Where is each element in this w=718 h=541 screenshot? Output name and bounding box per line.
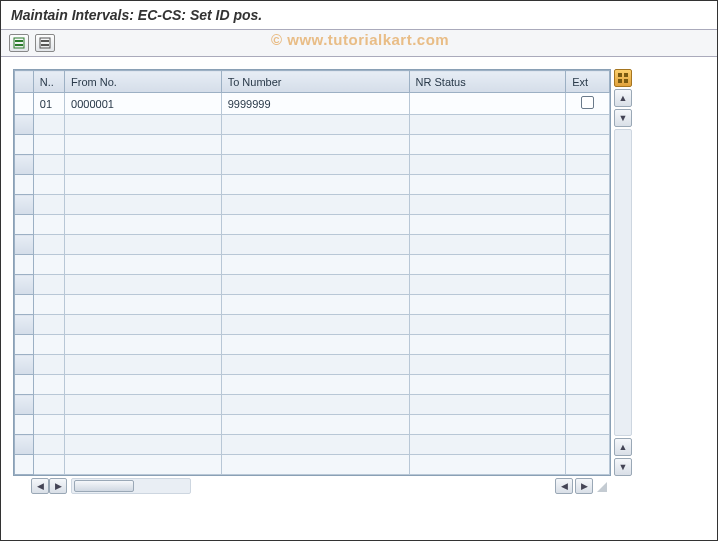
cell-no[interactable] (33, 435, 64, 455)
scroll-up-end-button[interactable]: ▲ (614, 438, 632, 456)
cell-nr-status[interactable] (409, 335, 566, 355)
cell-from-no[interactable] (65, 135, 222, 155)
scroll-right-near-button[interactable]: ▶ (49, 478, 67, 494)
cell-to-number[interactable]: 9999999 (221, 93, 409, 115)
cell-from-no[interactable] (65, 315, 222, 335)
cell-no[interactable] (33, 295, 64, 315)
row-handle[interactable] (15, 175, 34, 195)
row-handle[interactable] (15, 93, 34, 115)
cell-no[interactable] (33, 375, 64, 395)
cell-to-number[interactable] (221, 455, 409, 475)
horizontal-scroll-thumb[interactable] (74, 480, 134, 492)
col-header-ext[interactable]: Ext (566, 71, 610, 93)
cell-no[interactable] (33, 195, 64, 215)
cell-from-no[interactable] (65, 275, 222, 295)
row-handle[interactable] (15, 335, 34, 355)
cell-no[interactable] (33, 235, 64, 255)
cell-no[interactable] (33, 255, 64, 275)
cell-no[interactable] (33, 155, 64, 175)
cell-nr-status[interactable] (409, 115, 566, 135)
cell-nr-status[interactable] (409, 175, 566, 195)
cell-no[interactable] (33, 335, 64, 355)
row-handle[interactable] (15, 395, 34, 415)
cell-ext[interactable] (566, 255, 610, 275)
row-handle[interactable] (15, 135, 34, 155)
cell-no[interactable] (33, 315, 64, 335)
cell-nr-status[interactable] (409, 415, 566, 435)
row-handle[interactable] (15, 435, 34, 455)
scroll-left-end-button[interactable]: ◀ (555, 478, 573, 494)
horizontal-scroll-track[interactable] (71, 478, 191, 494)
cell-from-no[interactable]: 0000001 (65, 93, 222, 115)
cell-to-number[interactable] (221, 115, 409, 135)
cell-nr-status[interactable] (409, 155, 566, 175)
cell-nr-status[interactable] (409, 315, 566, 335)
cell-nr-status[interactable] (409, 93, 566, 115)
row-handle[interactable] (15, 215, 34, 235)
row-handle[interactable] (15, 415, 34, 435)
scroll-down-button[interactable]: ▼ (614, 109, 632, 127)
insert-line-button[interactable] (9, 34, 29, 52)
cell-no[interactable] (33, 215, 64, 235)
cell-ext[interactable] (566, 295, 610, 315)
cell-nr-status[interactable] (409, 455, 566, 475)
cell-nr-status[interactable] (409, 275, 566, 295)
delete-line-button[interactable] (35, 34, 55, 52)
cell-ext[interactable] (566, 395, 610, 415)
cell-to-number[interactable] (221, 355, 409, 375)
cell-to-number[interactable] (221, 415, 409, 435)
cell-no[interactable] (33, 115, 64, 135)
cell-from-no[interactable] (65, 335, 222, 355)
cell-no[interactable] (33, 415, 64, 435)
cell-nr-status[interactable] (409, 355, 566, 375)
cell-to-number[interactable] (221, 255, 409, 275)
vertical-scroll-track[interactable] (614, 129, 632, 436)
cell-nr-status[interactable] (409, 295, 566, 315)
cell-to-number[interactable] (221, 195, 409, 215)
cell-from-no[interactable] (65, 375, 222, 395)
cell-no[interactable]: 01 (33, 93, 64, 115)
cell-from-no[interactable] (65, 395, 222, 415)
cell-ext[interactable] (566, 315, 610, 335)
row-handle[interactable] (15, 455, 34, 475)
cell-from-no[interactable] (65, 255, 222, 275)
cell-nr-status[interactable] (409, 255, 566, 275)
cell-from-no[interactable] (65, 175, 222, 195)
cell-ext[interactable] (566, 135, 610, 155)
cell-from-no[interactable] (65, 295, 222, 315)
col-header-no[interactable]: N.. (33, 71, 64, 93)
cell-ext[interactable] (566, 275, 610, 295)
cell-no[interactable] (33, 355, 64, 375)
cell-from-no[interactable] (65, 155, 222, 175)
cell-to-number[interactable] (221, 375, 409, 395)
cell-from-no[interactable] (65, 455, 222, 475)
cell-to-number[interactable] (221, 215, 409, 235)
cell-to-number[interactable] (221, 395, 409, 415)
cell-ext[interactable] (566, 195, 610, 215)
scroll-left-button[interactable]: ◀ (31, 478, 49, 494)
row-handle[interactable] (15, 295, 34, 315)
cell-to-number[interactable] (221, 435, 409, 455)
cell-from-no[interactable] (65, 415, 222, 435)
ext-checkbox[interactable] (581, 96, 594, 109)
cell-to-number[interactable] (221, 155, 409, 175)
configure-columns-button[interactable] (614, 69, 632, 87)
cell-nr-status[interactable] (409, 375, 566, 395)
row-handle[interactable] (15, 255, 34, 275)
row-handle[interactable] (15, 315, 34, 335)
cell-ext[interactable] (566, 155, 610, 175)
row-handle[interactable] (15, 275, 34, 295)
cell-ext[interactable] (566, 375, 610, 395)
cell-ext[interactable] (566, 355, 610, 375)
row-handle[interactable] (15, 355, 34, 375)
cell-nr-status[interactable] (409, 235, 566, 255)
cell-ext[interactable] (566, 175, 610, 195)
cell-ext[interactable] (566, 235, 610, 255)
cell-to-number[interactable] (221, 135, 409, 155)
cell-no[interactable] (33, 275, 64, 295)
cell-ext[interactable] (566, 215, 610, 235)
cell-nr-status[interactable] (409, 195, 566, 215)
cell-no[interactable] (33, 395, 64, 415)
cell-no[interactable] (33, 175, 64, 195)
cell-nr-status[interactable] (409, 135, 566, 155)
